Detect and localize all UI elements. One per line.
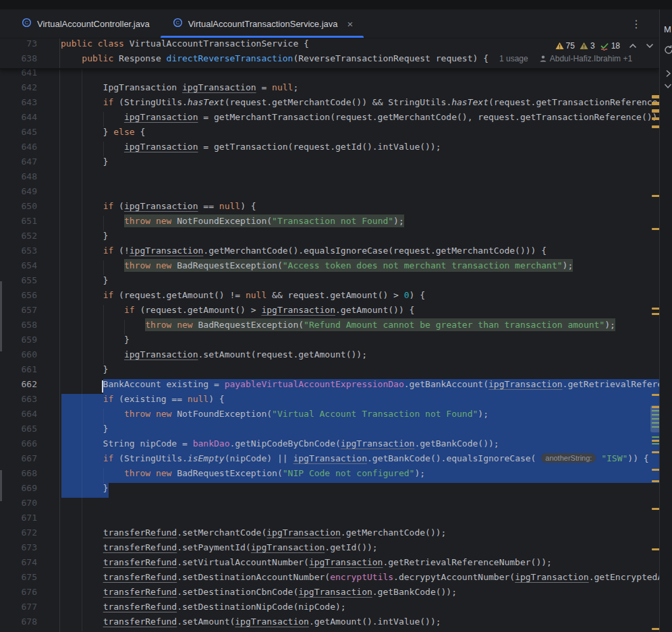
line-number[interactable]: 73 bbox=[0, 38, 37, 53]
line-number[interactable]: 641 bbox=[0, 67, 37, 82]
line-number[interactable]: 644 bbox=[0, 112, 37, 127]
code-line-649[interactable]: 649 bbox=[0, 186, 659, 201]
code-line-641[interactable]: 641 bbox=[0, 67, 659, 82]
code-line-669[interactable]: 669 } bbox=[0, 483, 659, 498]
code-line-671[interactable]: 671 bbox=[0, 513, 659, 527]
code-line-667[interactable]: 667 if (StringUtils.isEmpty(nipCode) || … bbox=[0, 453, 659, 468]
code-editor[interactable]: 641642 IpgTransaction ipgTransaction = n… bbox=[0, 38, 659, 632]
line-number[interactable]: 656 bbox=[0, 290, 37, 305]
line-number[interactable]: 671 bbox=[0, 513, 37, 527]
token: (ReverseTransactionRequest request) { bbox=[293, 53, 488, 63]
line-number[interactable]: 678 bbox=[0, 616, 37, 631]
code-line-676[interactable]: 676 transferRefund.setDestinationCbnCode… bbox=[0, 587, 659, 602]
line-number[interactable]: 673 bbox=[0, 542, 37, 557]
line-number[interactable]: 655 bbox=[0, 275, 37, 290]
line-number[interactable]: 650 bbox=[0, 201, 37, 216]
code-line-648[interactable]: 648 bbox=[0, 171, 659, 186]
line-number[interactable]: 642 bbox=[0, 82, 37, 97]
warnings-badge[interactable]: 75 bbox=[555, 41, 575, 51]
line-number[interactable]: 668 bbox=[0, 468, 37, 483]
line-number[interactable]: 654 bbox=[0, 260, 37, 275]
prev-problem-chevron-up-icon[interactable] bbox=[629, 43, 637, 49]
line-number[interactable]: 646 bbox=[0, 142, 37, 156]
code-line-653[interactable]: 653 if (!ipgTransaction.getMerchantCode(… bbox=[0, 246, 659, 260]
code-line-660[interactable]: 660 ipgTransaction.setAmount(request.get… bbox=[0, 349, 659, 364]
usage-hint[interactable]: 1 usage bbox=[499, 54, 528, 63]
line-number[interactable]: 651 bbox=[0, 216, 37, 231]
code-line-674[interactable]: 674 transferRefund.setVirtualAccountNumb… bbox=[0, 557, 659, 572]
line-number[interactable]: 666 bbox=[0, 438, 37, 453]
line-number[interactable]: 670 bbox=[0, 498, 37, 513]
code-line-654[interactable]: 654 throw new BadRequestException("Acces… bbox=[0, 260, 659, 275]
token: Response bbox=[113, 53, 166, 63]
code-line-663[interactable]: 663 if (existing == null) { bbox=[0, 394, 659, 409]
line-number[interactable]: 657 bbox=[0, 305, 37, 320]
line-number[interactable]: 649 bbox=[0, 186, 37, 201]
code-line-678[interactable]: 678 transferRefund.setAmount(ipgTransact… bbox=[0, 616, 659, 631]
token: ipgTransaction bbox=[515, 572, 589, 582]
line-number[interactable]: 647 bbox=[0, 156, 37, 171]
author-hint[interactable]: Abdul-Hafiz.Ibrahim +1 bbox=[539, 54, 632, 63]
token: } bbox=[61, 364, 108, 374]
close-tab-icon[interactable]: × bbox=[347, 19, 354, 29]
code-line-658[interactable]: 658 throw new BadRequestException("Refun… bbox=[0, 320, 659, 335]
code-line-642[interactable]: 642 IpgTransaction ipgTransaction = null… bbox=[0, 82, 659, 97]
code-line-645[interactable]: 645 } else { bbox=[0, 127, 659, 142]
code-line-673[interactable]: 673 transferRefund.setPaymentId(ipgTrans… bbox=[0, 542, 659, 557]
code-line-647[interactable]: 647 } bbox=[0, 156, 659, 171]
line-number[interactable]: 665 bbox=[0, 424, 37, 438]
scrollbar-thumb[interactable] bbox=[650, 405, 659, 432]
line-number[interactable]: 677 bbox=[0, 602, 37, 616]
line-number[interactable]: 660 bbox=[0, 349, 37, 364]
tab-virtualaccounttransactionservice[interactable]: C VirtualAccountTransactionService.java … bbox=[161, 9, 364, 38]
code-line-665[interactable]: 665 } bbox=[0, 424, 659, 438]
line-number[interactable]: 675 bbox=[0, 572, 37, 587]
code-line-650[interactable]: 650 if (ipgTransaction == null) { bbox=[0, 201, 659, 216]
line-number[interactable]: 653 bbox=[0, 246, 37, 260]
code-line-655[interactable]: 655 } bbox=[0, 275, 659, 290]
line-number[interactable]: 648 bbox=[0, 171, 37, 186]
line-number[interactable]: 658 bbox=[0, 320, 37, 335]
code-line-638[interactable]: 638 public Response directReverseTransac… bbox=[0, 53, 659, 68]
line-number[interactable]: 676 bbox=[0, 587, 37, 602]
typos-badge[interactable]: 18 bbox=[600, 41, 620, 51]
line-number[interactable]: 662 bbox=[0, 379, 37, 394]
code-line-672[interactable]: 672 transferRefund.setMerchantCode(ipgTr… bbox=[0, 527, 659, 542]
chevron-right-icon[interactable] bbox=[663, 69, 672, 81]
code-line-664[interactable]: 664 throw new NotFoundException("Virtual… bbox=[0, 409, 659, 424]
code-line-670[interactable]: 670 bbox=[0, 498, 659, 513]
line-number[interactable]: 669 bbox=[0, 483, 37, 498]
code-line-652[interactable]: 652 } bbox=[0, 231, 659, 246]
line-number[interactable]: 672 bbox=[0, 527, 37, 542]
code-line-662[interactable]: 662 BankAccount existing = payableVirtua… bbox=[0, 379, 659, 394]
code-line-668[interactable]: 668 throw new BadRequestException("NIP C… bbox=[0, 468, 659, 483]
parameter-hint-pill[interactable]: anotherString: bbox=[541, 453, 596, 463]
code-line-661[interactable]: 661 } bbox=[0, 364, 659, 379]
tab-options-kebab-icon[interactable]: ⋮ bbox=[631, 9, 642, 38]
chevron-down-icon[interactable] bbox=[663, 81, 672, 93]
weak-warnings-badge[interactable]: 3 bbox=[580, 41, 595, 51]
code-line-643[interactable]: 643 if (StringUtils.hasText(request.getM… bbox=[0, 97, 659, 112]
code-line-646[interactable]: 646 ipgTransaction = getTransaction(requ… bbox=[0, 142, 659, 156]
line-number[interactable]: 659 bbox=[0, 335, 37, 349]
code-line-651[interactable]: 651 throw new NotFoundException("Transac… bbox=[0, 216, 659, 231]
line-number[interactable]: 643 bbox=[0, 97, 37, 112]
line-number[interactable]: 661 bbox=[0, 364, 37, 379]
code-line-677[interactable]: 677 transferRefund.setDestinationNipCode… bbox=[0, 602, 659, 616]
next-problem-chevron-down-icon[interactable] bbox=[646, 43, 654, 49]
code-line-659[interactable]: 659 } bbox=[0, 335, 659, 349]
line-number[interactable]: 663 bbox=[0, 394, 37, 409]
line-number[interactable]: 645 bbox=[0, 127, 37, 142]
code-line-675[interactable]: 675 transferRefund.setDestinationAccount… bbox=[0, 572, 659, 587]
code-line-644[interactable]: 644 ipgTransaction = getMerchantTransact… bbox=[0, 112, 659, 127]
tab-virtualaccountcontroller[interactable]: C VirtualAccountController.java bbox=[9, 9, 161, 38]
code-line-656[interactable]: 656 if (request.getAmount() != null && r… bbox=[0, 290, 659, 305]
line-number[interactable]: 638 bbox=[0, 53, 37, 68]
code-line-657[interactable]: 657 if (request.getAmount() > ipgTransac… bbox=[0, 305, 659, 320]
line-number[interactable]: 652 bbox=[0, 231, 37, 246]
line-number[interactable]: 664 bbox=[0, 409, 37, 424]
refresh-icon[interactable] bbox=[663, 45, 672, 58]
line-number[interactable]: 674 bbox=[0, 557, 37, 572]
code-line-666[interactable]: 666 String nipCode = bankDao.getNipCodeB… bbox=[0, 438, 659, 453]
line-number[interactable]: 667 bbox=[0, 453, 37, 468]
